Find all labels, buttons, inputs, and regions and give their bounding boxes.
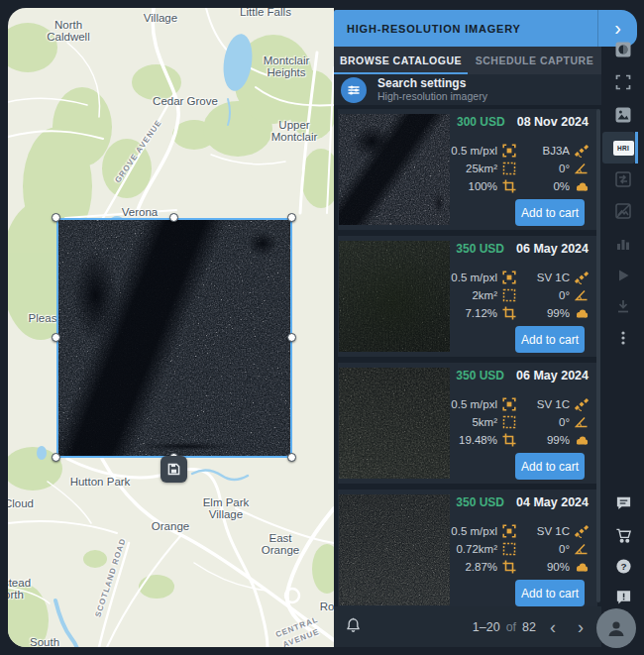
app-window: North CaldwellVillageLittle FallsMontcla… bbox=[0, 0, 644, 655]
map-town-label: Montclair Heights bbox=[264, 55, 310, 78]
map-town-label: Ro bbox=[320, 600, 334, 612]
add-to-cart-button[interactable]: Add to cart bbox=[515, 326, 585, 353]
map-town-label: Elm Park Village bbox=[203, 496, 250, 520]
result-thumbnail bbox=[339, 368, 450, 479]
selection-handle-ne[interactable] bbox=[287, 213, 296, 222]
search-settings-title: Search settings bbox=[377, 77, 487, 90]
search-settings-row[interactable]: Search settings High-resolution imagery bbox=[334, 74, 601, 105]
result-card[interactable]: 350 USD 04 May 2024 0.5 m/pxl SV 1C 0.72… bbox=[338, 490, 597, 606]
panel-title: HIGH-RESOLUTION IMAGERY bbox=[334, 23, 597, 35]
imagery-icon[interactable] bbox=[606, 100, 640, 130]
contrast-icon[interactable] bbox=[606, 35, 640, 64]
selection-handle-n[interactable] bbox=[169, 213, 178, 222]
result-coverage: 100% bbox=[442, 180, 497, 192]
selection-handle-sw[interactable] bbox=[52, 453, 60, 462]
center-focus-icon bbox=[502, 524, 516, 538]
help-icon[interactable]: ? bbox=[606, 551, 640, 581]
result-thumbnail bbox=[339, 241, 450, 352]
result-card[interactable]: 350 USD 06 May 2024 0.5 m/pxl SV 1C 2km²… bbox=[338, 236, 597, 357]
add-to-cart-button[interactable]: Add to cart bbox=[515, 199, 585, 226]
result-area: 0.72km² bbox=[442, 543, 497, 555]
map-town-label: stead bbox=[8, 577, 31, 589]
center-focus-icon bbox=[502, 271, 516, 284]
dashed-area-icon bbox=[502, 162, 516, 175]
search-settings-subtitle: High-resolution imagery bbox=[377, 90, 487, 102]
pagination-next-button[interactable]: › bbox=[570, 617, 591, 637]
hri-chip-label: HRI bbox=[613, 141, 634, 156]
angle-icon bbox=[575, 288, 589, 302]
add-to-cart-button[interactable]: Add to cart bbox=[515, 580, 585, 606]
pagination-bar: 1–20 of 82 ‹ › bbox=[334, 606, 601, 647]
crop-icon bbox=[502, 179, 516, 193]
pagination-of-label: of bbox=[506, 620, 516, 634]
cloud-icon bbox=[575, 306, 589, 320]
result-sensor: SV 1C bbox=[528, 272, 570, 283]
map-town-label: East Orange bbox=[254, 532, 307, 556]
dashed-area-icon bbox=[502, 542, 516, 556]
result-clouds: 99% bbox=[528, 307, 570, 319]
tool-sidebar: HRI ? bbox=[601, 0, 644, 655]
result-date: 06 May 2024 bbox=[516, 369, 589, 382]
save-selection-button[interactable] bbox=[161, 456, 187, 483]
angle-icon bbox=[575, 162, 589, 175]
result-price: 350 USD bbox=[456, 242, 504, 256]
map-town-label: Pleas bbox=[29, 312, 57, 324]
results-scrollbar[interactable] bbox=[596, 109, 600, 602]
result-resolution: 0.5 m/pxl bbox=[442, 525, 497, 537]
selection-handle-nw[interactable] bbox=[52, 213, 60, 222]
account-icon[interactable] bbox=[596, 608, 636, 648]
result-date: 04 May 2024 bbox=[516, 495, 589, 509]
selection-handle-se[interactable] bbox=[287, 453, 296, 462]
aoi-selection-rectangle[interactable] bbox=[56, 218, 292, 458]
map-town-label: orth bbox=[8, 589, 24, 600]
hri-icon[interactable]: HRI bbox=[606, 133, 640, 163]
center-focus-icon bbox=[502, 144, 516, 158]
notifications-bell-button[interactable] bbox=[344, 615, 363, 638]
tab-schedule-capture[interactable]: SCHEDULE CAPTURE bbox=[468, 47, 601, 74]
result-price: 300 USD bbox=[457, 115, 505, 129]
result-price: 350 USD bbox=[456, 369, 504, 382]
satellite-icon bbox=[575, 271, 589, 284]
add-to-cart-button[interactable]: Add to cart bbox=[515, 453, 585, 480]
aoi-water-overlay bbox=[58, 220, 290, 456]
map-canvas[interactable]: North CaldwellVillageLittle FallsMontcla… bbox=[8, 8, 334, 647]
result-angle: 0° bbox=[528, 416, 570, 428]
result-card[interactable]: 350 USD 06 May 2024 0.5 m/pxl SV 1C 5km²… bbox=[338, 363, 597, 484]
results-list: 300 USD 08 Nov 2024 0.5 m/pxl BJ3A 25km²… bbox=[334, 105, 601, 606]
result-thumbnail bbox=[339, 114, 450, 225]
result-area: 5km² bbox=[442, 416, 497, 428]
result-coverage: 19.48% bbox=[442, 434, 497, 446]
catalogue-panel: HIGH-RESOLUTION IMAGERY › BROWSE CATALOG… bbox=[334, 0, 601, 655]
selection-handle-e[interactable] bbox=[287, 333, 296, 342]
stats-icon bbox=[606, 229, 640, 259]
angle-icon bbox=[575, 415, 589, 429]
more-icon[interactable] bbox=[606, 323, 640, 353]
angle-icon bbox=[575, 542, 589, 556]
feedback-icon[interactable] bbox=[606, 582, 640, 611]
cart-icon[interactable] bbox=[606, 520, 640, 550]
result-clouds: 99% bbox=[528, 434, 570, 446]
result-price: 350 USD bbox=[456, 495, 504, 509]
pagination-prev-button[interactable]: ‹ bbox=[542, 617, 564, 637]
comment-icon[interactable] bbox=[606, 488, 640, 517]
area-select-icon[interactable] bbox=[606, 67, 640, 97]
tab-browse-catalogue[interactable]: BROWSE CATALOGUE bbox=[334, 47, 468, 74]
download-icon bbox=[606, 291, 640, 321]
map-town-label: Little Falls bbox=[240, 8, 291, 18]
tab-bar: BROWSE CATALOGUE SCHEDULE CAPTURE bbox=[334, 47, 601, 74]
center-focus-icon bbox=[502, 397, 516, 411]
bell-icon bbox=[346, 617, 361, 633]
result-clouds: 0% bbox=[528, 180, 570, 192]
result-resolution: 0.5 m/pxl bbox=[442, 272, 497, 283]
result-date: 06 May 2024 bbox=[516, 242, 589, 256]
result-thumbnail bbox=[339, 494, 450, 605]
svg-text:?: ? bbox=[620, 560, 626, 571]
map-town-label: Village bbox=[144, 12, 177, 24]
satellite-icon bbox=[575, 524, 589, 538]
map-town-label: Cloud bbox=[8, 497, 34, 509]
crop-icon bbox=[502, 306, 516, 320]
result-card[interactable]: 300 USD 08 Nov 2024 0.5 m/pxl BJ3A 25km²… bbox=[338, 109, 597, 230]
cloud-icon bbox=[575, 179, 589, 193]
result-sensor: BJ3A bbox=[528, 145, 570, 157]
selection-handle-w[interactable] bbox=[52, 333, 60, 342]
